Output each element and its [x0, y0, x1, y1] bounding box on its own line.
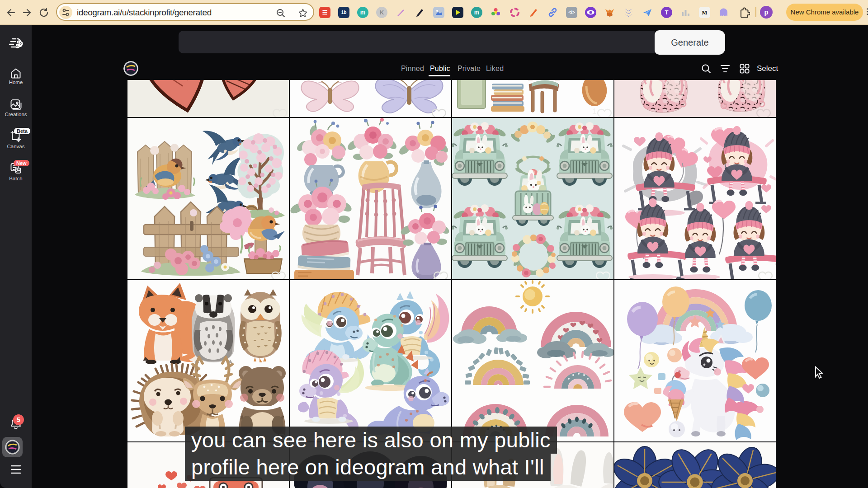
svg-text:1: 1: [592, 107, 596, 116]
